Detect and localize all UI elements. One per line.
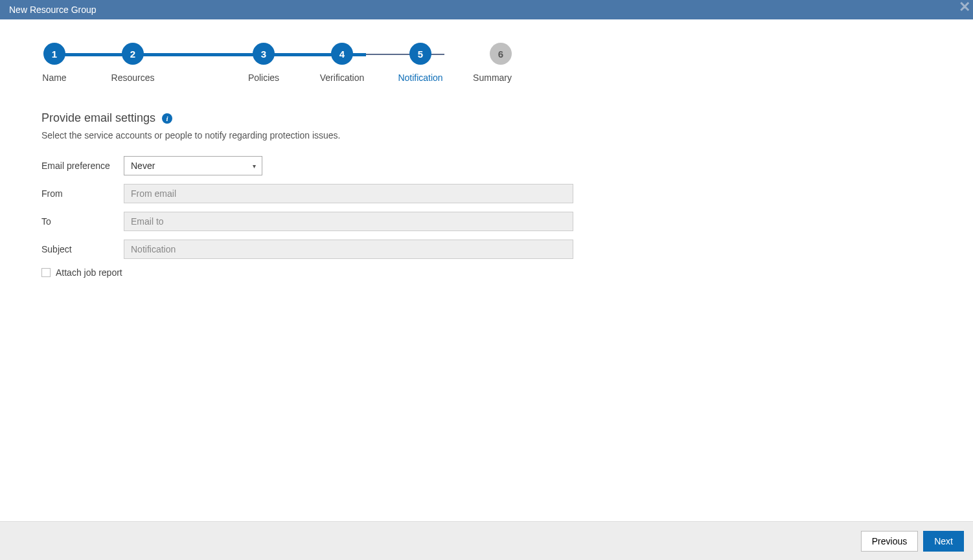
info-icon[interactable]: i [162, 113, 172, 124]
to-label: To [41, 216, 124, 227]
step-resources[interactable]: 2 Resources [67, 43, 198, 83]
wizard-stepper: 1 Name 2 Resources 3 Policies 4 Verifica… [41, 43, 469, 83]
step-number: 3 [253, 43, 275, 65]
dialog-header: New Resource Group ✕ [0, 0, 973, 19]
step-policies[interactable]: 3 Policies [251, 43, 277, 83]
step-number: 4 [331, 43, 353, 65]
step-number: 1 [43, 43, 65, 65]
email-preference-row: Email preference Never ▾ [41, 156, 932, 175]
step-label: Summary [473, 73, 512, 83]
step-label: Name [42, 73, 66, 83]
step-label: Policies [248, 73, 279, 83]
step-number: 6 [490, 43, 512, 65]
wizard-footer: Previous Next [0, 521, 973, 560]
from-label: From [41, 188, 124, 199]
email-settings-section: Provide email settings i Select the serv… [41, 111, 932, 278]
step-number: 2 [122, 43, 144, 65]
step-label: Notification [398, 73, 442, 83]
step-summary: 6 Summary [486, 43, 512, 83]
to-row: To [41, 212, 932, 231]
subject-input[interactable] [124, 240, 573, 259]
step-verification[interactable]: 4 Verification [329, 43, 355, 83]
email-preference-select[interactable]: Never ▾ [124, 156, 262, 175]
attach-job-report-checkbox[interactable] [41, 268, 51, 277]
from-input[interactable] [124, 184, 573, 203]
step-label: Verification [320, 73, 364, 83]
previous-button[interactable]: Previous [861, 531, 918, 552]
content-area: 1 Name 2 Resources 3 Policies 4 Verifica… [0, 19, 973, 291]
section-title: Provide email settings [41, 111, 155, 125]
email-preference-label: Email preference [41, 161, 124, 171]
section-subtitle: Select the service accounts or people to… [41, 130, 932, 140]
dialog-title: New Resource Group [9, 5, 97, 15]
attach-job-report-row: Attach job report [41, 267, 932, 278]
select-value: Never [124, 156, 262, 175]
step-label: Resources [111, 73, 155, 83]
next-button[interactable]: Next [923, 531, 964, 552]
step-name[interactable]: 1 Name [41, 43, 67, 83]
attach-job-report-label: Attach job report [56, 267, 122, 278]
from-row: From [41, 184, 932, 203]
subject-row: Subject [41, 240, 932, 259]
step-number: 5 [409, 43, 431, 65]
close-icon[interactable]: ✕ [956, 0, 973, 16]
subject-label: Subject [41, 244, 124, 254]
to-input[interactable] [124, 212, 573, 231]
step-notification[interactable]: 5 Notification [407, 43, 433, 83]
